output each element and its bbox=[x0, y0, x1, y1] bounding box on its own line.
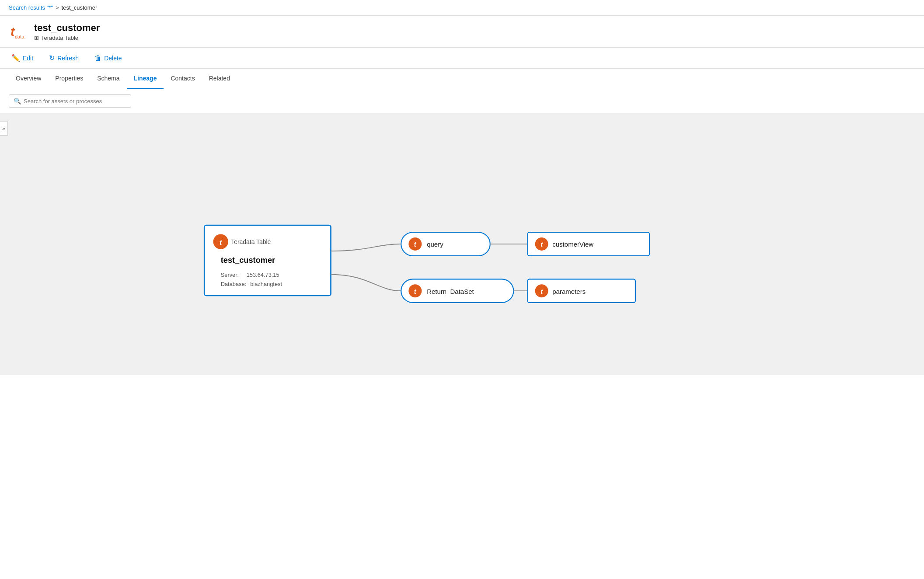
delete-label: Delete bbox=[104, 55, 122, 62]
process-node-return-dataset[interactable]: t Return_DataSet bbox=[401, 279, 513, 303]
lineage-diagram: t Teradata Table test_customer Server: 1… bbox=[0, 113, 924, 375]
line-to-query bbox=[331, 244, 401, 251]
refresh-icon: ↻ bbox=[49, 54, 55, 62]
tab-contacts[interactable]: Contacts bbox=[164, 69, 202, 89]
toolbar: ✏️ Edit ↻ Refresh 🗑 Delete bbox=[0, 48, 924, 69]
breadcrumb: Search results "*" > test_customer bbox=[0, 0, 924, 16]
tab-related[interactable]: Related bbox=[202, 69, 237, 89]
tab-overview[interactable]: Overview bbox=[9, 69, 48, 89]
edit-button[interactable]: ✏️ Edit bbox=[9, 52, 36, 64]
tab-lineage[interactable]: Lineage bbox=[127, 69, 164, 89]
refresh-label: Refresh bbox=[57, 55, 79, 62]
edit-icon: ✏️ bbox=[11, 54, 20, 62]
teradata-logo-icon: t data. bbox=[9, 22, 28, 41]
collapse-button[interactable]: » bbox=[0, 122, 8, 136]
svg-text:Return_DataSet: Return_DataSet bbox=[427, 288, 474, 295]
delete-button[interactable]: 🗑 Delete bbox=[92, 52, 124, 64]
output-node-customerview[interactable]: t customerView bbox=[528, 232, 650, 256]
asset-title-block: test_customer ⊞ Teradata Table bbox=[34, 22, 100, 41]
asset-name: test_customer bbox=[34, 22, 100, 34]
line-to-return-dataset bbox=[331, 275, 401, 291]
svg-text:parameters: parameters bbox=[552, 288, 586, 295]
refresh-button[interactable]: ↻ Refresh bbox=[46, 52, 81, 64]
asset-subtitle: ⊞ Teradata Table bbox=[34, 35, 100, 41]
svg-text:153.64.73.15: 153.64.73.15 bbox=[247, 272, 279, 278]
source-node-test-customer[interactable]: t Teradata Table test_customer Server: 1… bbox=[204, 225, 331, 296]
edit-label: Edit bbox=[23, 55, 33, 62]
asset-header: t data. test_customer ⊞ Teradata Table bbox=[0, 16, 924, 48]
breadcrumb-current: test_customer bbox=[62, 4, 98, 11]
lineage-canvas-area: » t Teradata Table test_customer Server:… bbox=[0, 113, 924, 375]
lineage-search-section: 🔍 bbox=[0, 89, 924, 113]
svg-text:customerView: customerView bbox=[552, 241, 593, 248]
svg-text:query: query bbox=[427, 241, 443, 248]
tab-properties[interactable]: Properties bbox=[48, 69, 90, 89]
search-icon: 🔍 bbox=[14, 98, 21, 105]
process-node-query[interactable]: t query bbox=[401, 232, 490, 256]
breadcrumb-separator: > bbox=[56, 4, 59, 11]
svg-text:Server:: Server: bbox=[221, 272, 239, 278]
asset-type-label: Teradata Table bbox=[41, 35, 78, 41]
search-input[interactable] bbox=[24, 98, 126, 105]
output-node-parameters[interactable]: t parameters bbox=[528, 279, 635, 303]
tab-bar: Overview Properties Schema Lineage Conta… bbox=[0, 69, 924, 89]
tab-schema[interactable]: Schema bbox=[90, 69, 126, 89]
svg-text:test_customer: test_customer bbox=[221, 256, 275, 265]
svg-text:data.: data. bbox=[15, 34, 25, 39]
svg-text:Database:: Database: bbox=[221, 281, 247, 287]
svg-text:Teradata Table: Teradata Table bbox=[231, 238, 271, 245]
svg-text:biazhangtest: biazhangtest bbox=[250, 281, 282, 287]
breadcrumb-search-link[interactable]: Search results "*" bbox=[9, 4, 53, 11]
table-icon: ⊞ bbox=[34, 35, 39, 41]
delete-icon: 🗑 bbox=[94, 54, 101, 62]
search-input-wrap[interactable]: 🔍 bbox=[9, 94, 131, 108]
